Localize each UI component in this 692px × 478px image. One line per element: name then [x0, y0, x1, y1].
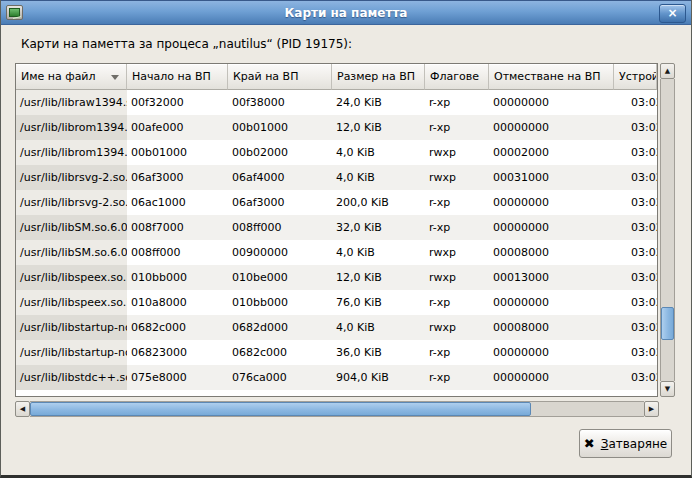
column-header-label: Флагове: [430, 70, 479, 83]
cell-vm-end: 06af3000: [228, 190, 332, 215]
cell-vm-offset: 00031000: [489, 165, 614, 190]
horizontal-scrollbar-track[interactable]: [30, 401, 644, 417]
column-header-vm-size[interactable]: Размер на ВП: [332, 64, 425, 90]
cell-vm-size: 36,0 KiB: [332, 340, 425, 365]
cell-flags: rwxp: [425, 265, 489, 290]
cell-filename: /usr/lib/libspeex.so.1: [16, 290, 127, 315]
arrow-down-icon: ▼: [665, 385, 670, 393]
sort-descending-icon: [111, 75, 119, 80]
cell-flags: rwxp: [425, 165, 489, 190]
cell-vm-offset: 00000000: [489, 290, 614, 315]
column-header-label: Отместване на ВП: [494, 70, 601, 83]
cell-vm-size: 4,0 KiB: [332, 240, 425, 265]
table-row[interactable]: /usr/lib/libraw1394.s00f3200000f3800024,…: [16, 90, 657, 115]
cell-vm-size: 4,0 KiB: [332, 165, 425, 190]
vertical-scrollbar-track[interactable]: [660, 79, 675, 381]
titlebar[interactable]: Карти на паметта ×: [1, 0, 691, 25]
column-header-label: Устройство: [619, 70, 657, 83]
close-x-icon: ✖: [584, 437, 595, 450]
table-row[interactable]: /usr/lib/librom1394.s00afe00000b0100012,…: [16, 115, 657, 140]
vertical-scrollbar[interactable]: ▲ ▼: [660, 63, 675, 397]
cell-device: 03:02: [614, 290, 657, 315]
cell-vm-end: 0682c000: [228, 340, 332, 365]
cell-vm-offset: 00000000: [489, 190, 614, 215]
table-row[interactable]: /usr/lib/libSM.so.6.0.0008ff000009000004…: [16, 240, 657, 265]
scroll-down-button[interactable]: ▼: [660, 381, 675, 397]
window-close-button[interactable]: ×: [659, 4, 686, 23]
column-header-label: Начало на ВП: [132, 70, 211, 83]
cell-filename: /usr/lib/libspeex.so.1: [16, 265, 127, 290]
cell-device: 03:02: [614, 115, 657, 140]
cell-device: 03:02: [614, 315, 657, 340]
cell-vm-start: 075e8000: [127, 365, 228, 390]
column-header-vm-start[interactable]: Начало на ВП: [127, 64, 228, 90]
cell-vm-size: 904,0 KiB: [332, 365, 425, 390]
arrow-right-icon: ▶: [649, 405, 654, 413]
close-dialog-button[interactable]: ✖ Затваряне: [579, 429, 672, 458]
table-row[interactable]: /usr/lib/librom1394.s00b0100000b020004,0…: [16, 140, 657, 165]
table-row[interactable]: /usr/lib/librsvg-2.so.206af300006af40004…: [16, 165, 657, 190]
table-row[interactable]: /usr/lib/libspeex.so.1010bb000010be00012…: [16, 265, 657, 290]
cell-vm-offset: 00000000: [489, 115, 614, 140]
cell-vm-size: 24,0 KiB: [332, 90, 425, 115]
cell-vm-start: 00b01000: [127, 140, 228, 165]
cell-vm-end: 076ca000: [228, 365, 332, 390]
scroll-right-button[interactable]: ▶: [644, 401, 659, 417]
cell-filename: /usr/lib/librsvg-2.so.2: [16, 165, 127, 190]
table-row[interactable]: /usr/lib/libstartup-not0682c0000682d0004…: [16, 315, 657, 340]
table-row[interactable]: /usr/lib/libstdc++.so.075e8000076ca00090…: [16, 365, 657, 390]
cell-device: 03:02: [614, 165, 657, 190]
cell-filename: /usr/lib/libSM.so.6.0.0: [16, 215, 127, 240]
cell-flags: rwxp: [425, 140, 489, 165]
horizontal-scrollbar-thumb[interactable]: [30, 402, 531, 416]
cell-flags: r-xp: [425, 290, 489, 315]
table-row[interactable]: /usr/lib/libstartup-not068230000682c0003…: [16, 340, 657, 365]
cell-device: 03:02: [614, 215, 657, 240]
cell-filename: /usr/lib/libraw1394.s: [16, 90, 127, 115]
cell-vm-end: 00f38000: [228, 90, 332, 115]
column-header-flags[interactable]: Флагове: [425, 64, 489, 90]
table-row[interactable]: /usr/lib/libSM.so.6.0.0008f7000008ff0003…: [16, 215, 657, 240]
cell-flags: r-xp: [425, 365, 489, 390]
cell-device: 03:02: [614, 340, 657, 365]
cell-filename: /usr/lib/libSM.so.6.0.0: [16, 240, 127, 265]
memory-map-table: Име на файлНачало на ВПКрай на ВПРазмер …: [15, 63, 658, 397]
cell-vm-size: 12,0 KiB: [332, 265, 425, 290]
cell-vm-end: 00b02000: [228, 140, 332, 165]
column-header-label: Размер на ВП: [337, 70, 415, 83]
cell-filename: /usr/lib/libstartup-not: [16, 340, 127, 365]
arrow-up-icon: ▲: [665, 67, 670, 75]
cell-flags: rwxp: [425, 315, 489, 340]
table-header-row: Име на файлНачало на ВПКрай на ВПРазмер …: [16, 64, 657, 90]
vertical-scrollbar-thumb[interactable]: [661, 307, 674, 340]
scroll-left-button[interactable]: ◀: [15, 401, 30, 417]
dialog-description: Карти на паметта за процеса „nautilus“ (…: [21, 37, 352, 51]
cell-flags: r-xp: [425, 90, 489, 115]
scroll-up-button[interactable]: ▲: [660, 63, 675, 79]
horizontal-scrollbar[interactable]: ◀ ▶: [15, 401, 659, 417]
cell-filename: /usr/lib/librom1394.s: [16, 115, 127, 140]
cell-device: 03:02: [614, 90, 657, 115]
cell-vm-start: 06823000: [127, 340, 228, 365]
table-row[interactable]: /usr/lib/libspeex.so.1010a8000010bb00076…: [16, 290, 657, 315]
cell-vm-end: 00900000: [228, 240, 332, 265]
column-header-vm-offset[interactable]: Отместване на ВП: [489, 64, 614, 90]
cell-filename: /usr/lib/libstartup-not: [16, 315, 127, 340]
cell-vm-start: 00afe000: [127, 115, 228, 140]
column-header-device[interactable]: Устройство: [614, 64, 657, 90]
cell-vm-end: 010be000: [228, 265, 332, 290]
cell-vm-end: 008ff000: [228, 215, 332, 240]
cell-vm-size: 12,0 KiB: [332, 115, 425, 140]
cell-vm-start: 06af3000: [127, 165, 228, 190]
table-row[interactable]: /usr/lib/librsvg-2.so.206ac100006af30002…: [16, 190, 657, 215]
cell-vm-end: 06af4000: [228, 165, 332, 190]
cell-vm-size: 200,0 KiB: [332, 190, 425, 215]
close-icon: ×: [667, 6, 677, 20]
column-header-vm-end[interactable]: Край на ВП: [228, 64, 332, 90]
cell-vm-offset: 00013000: [489, 265, 614, 290]
column-header-filename[interactable]: Име на файл: [16, 64, 127, 90]
cell-filename: /usr/lib/libstdc++.so.: [16, 365, 127, 390]
cell-vm-end: 00b01000: [228, 115, 332, 140]
cell-flags: r-xp: [425, 340, 489, 365]
table-body: /usr/lib/libraw1394.s00f3200000f3800024,…: [16, 90, 657, 390]
